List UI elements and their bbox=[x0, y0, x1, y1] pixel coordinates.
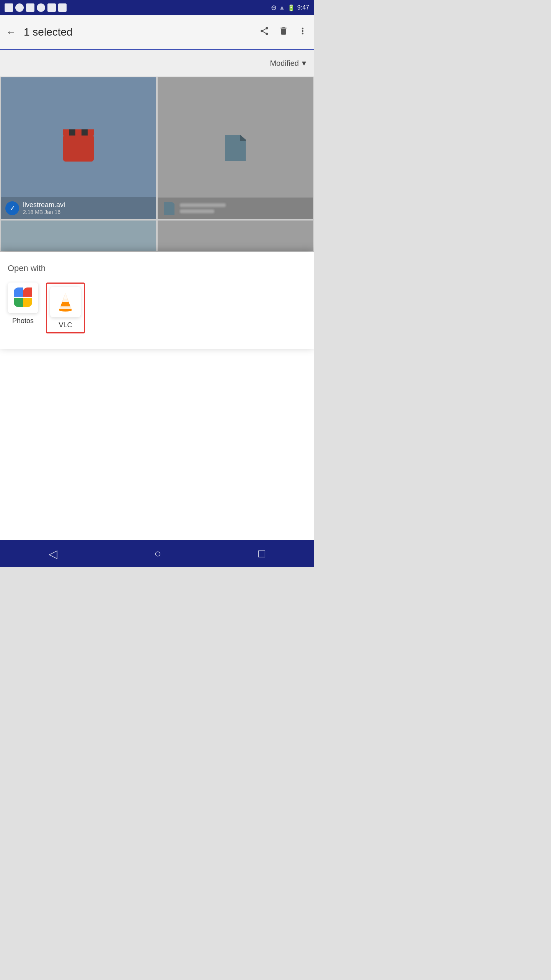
photos-label: Photos bbox=[12, 317, 34, 325]
google-photos-icon bbox=[13, 287, 33, 308]
file-details: livestream.avi 2.18 MB Jan 16 bbox=[23, 201, 65, 215]
stripe-4 bbox=[82, 129, 88, 136]
stripe-5 bbox=[88, 129, 94, 136]
app-bar-actions bbox=[259, 26, 308, 38]
doc-icon-small bbox=[164, 202, 174, 215]
app-bar: ← 1 selected bbox=[0, 15, 314, 50]
bottom-sheet-spacer bbox=[0, 349, 314, 540]
petal-yellow bbox=[23, 298, 32, 307]
signal-icon: ▲ bbox=[279, 4, 285, 11]
status-bar: ⊖ ▲ 🔋 9:47 bbox=[0, 0, 314, 15]
gallery-icon bbox=[26, 3, 34, 12]
nav-back-button[interactable]: ◁ bbox=[49, 547, 57, 560]
document-icon bbox=[225, 135, 246, 161]
sort-bar[interactable]: Modified ▾ bbox=[0, 50, 314, 77]
blurred-line-1 bbox=[180, 203, 226, 207]
sort-chevron-icon: ▾ bbox=[302, 58, 306, 68]
app-icon-2 bbox=[15, 3, 24, 12]
app-list: Photos bbox=[8, 283, 306, 333]
app-icon-1 bbox=[5, 3, 13, 12]
clapper-stripe bbox=[63, 129, 94, 136]
file-blurred-info bbox=[180, 203, 226, 213]
svg-marker-3 bbox=[64, 294, 67, 299]
app-item-vlc[interactable]: VLC bbox=[46, 283, 85, 333]
petal-green bbox=[14, 298, 23, 307]
stripe-3 bbox=[75, 129, 82, 136]
back-button[interactable]: ← bbox=[6, 26, 16, 38]
battery-icon: 🔋 bbox=[287, 4, 295, 11]
stripe-2 bbox=[69, 129, 75, 136]
status-bar-right: ⊖ ▲ 🔋 9:47 bbox=[271, 3, 309, 12]
petal-red bbox=[23, 287, 32, 297]
time-display: 9:47 bbox=[297, 4, 309, 11]
file-meta: 2.18 MB Jan 16 bbox=[23, 209, 65, 215]
file-icon-small bbox=[162, 201, 176, 215]
minus-icon: ⊖ bbox=[271, 3, 277, 12]
dots-icon bbox=[37, 3, 45, 12]
more-options-button[interactable] bbox=[298, 26, 308, 38]
bottom-sheet: Open with Photos bbox=[0, 252, 314, 349]
file-card-video[interactable]: ✓ livestream.avi 2.18 MB Jan 16 bbox=[1, 77, 156, 219]
vlc-label: VLC bbox=[59, 321, 72, 329]
sort-label: Modified bbox=[270, 59, 299, 68]
terminal-icon bbox=[47, 3, 56, 12]
blurred-line-2 bbox=[180, 209, 214, 213]
svg-marker-4 bbox=[59, 306, 71, 309]
file-card-info-document bbox=[158, 198, 313, 219]
photos-icon-box bbox=[8, 283, 38, 313]
open-with-title: Open with bbox=[8, 263, 306, 273]
file-selected-check: ✓ bbox=[5, 201, 19, 215]
download-icon bbox=[58, 3, 67, 12]
petal-blue bbox=[14, 287, 23, 297]
file-grid: ✓ livestream.avi 2.18 MB Jan 16 bbox=[0, 77, 314, 252]
nav-home-button[interactable]: ○ bbox=[154, 547, 161, 560]
file-card-partial-1[interactable] bbox=[1, 220, 156, 251]
page-title: 1 selected bbox=[24, 26, 252, 38]
file-card-partial-2[interactable] bbox=[158, 220, 313, 251]
bottom-nav: ◁ ○ □ bbox=[0, 540, 314, 567]
video-clapper-icon bbox=[63, 135, 94, 162]
app-item-photos[interactable]: Photos bbox=[8, 283, 38, 325]
delete-button[interactable] bbox=[279, 26, 289, 38]
stripe-1 bbox=[63, 129, 69, 136]
vlc-cone-icon bbox=[54, 291, 77, 314]
vlc-icon-box bbox=[50, 287, 81, 317]
file-card-document[interactable] bbox=[158, 77, 313, 219]
nav-recents-button[interactable]: □ bbox=[258, 547, 265, 560]
file-name: livestream.avi bbox=[23, 201, 65, 209]
file-card-info-video: ✓ livestream.avi 2.18 MB Jan 16 bbox=[1, 197, 156, 219]
status-bar-left-icons bbox=[5, 3, 67, 12]
share-button[interactable] bbox=[259, 26, 269, 38]
